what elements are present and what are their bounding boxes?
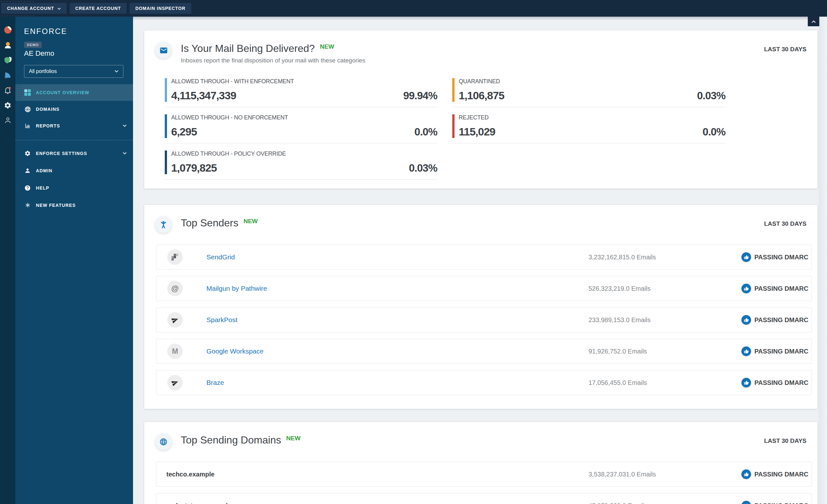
top-bar: CHANGE ACCOUNT CREATE ACCOUNT DOMAIN INS… (0, 0, 827, 17)
thumbs-up-icon (741, 315, 751, 325)
sender-link[interactable]: SparkPost (206, 316, 588, 324)
stat-allowed-with-enforcement: ALLOWED THROUGH - WITH ENFORCEMENT 4,115… (165, 78, 437, 114)
stat-quarantined: QUARANTINED 1,106,875 0.03% (452, 78, 725, 114)
divider (452, 107, 725, 107)
thumbs-up-icon (741, 501, 751, 504)
stat-value: 115,029 (459, 125, 495, 138)
chevron-down-icon (123, 124, 127, 127)
main-content: Is Your Mail Being Delivered? NEW Inboxe… (133, 17, 827, 504)
sidebar-item-label: HELP (36, 185, 49, 190)
sidebar-item-new-features[interactable]: NEW FEATURES (15, 197, 133, 214)
create-account-button[interactable]: CREATE ACCOUNT (69, 3, 127, 14)
domain-inspector-button[interactable]: DOMAIN INSPECTOR (130, 3, 191, 14)
stat-allowed-no-enforcement: ALLOWED THROUGH - NO ENFORCEMENT 6,295 0… (165, 114, 437, 151)
gear-icon (24, 150, 31, 157)
portfolio-selector[interactable]: All portfolios (24, 65, 124, 78)
top-senders-list: SendGrid 3,232,162,815.0 Emails PASSING … (144, 245, 817, 395)
enforce-shield-logo-icon[interactable] (4, 56, 12, 64)
stat-value: 1,106,875 (459, 89, 504, 102)
thumbs-up-icon (741, 378, 751, 387)
sender-row: SparkPost 233,989,153.0 Emails PASSING D… (156, 307, 812, 332)
change-account-button[interactable]: CHANGE ACCOUNT (1, 3, 67, 14)
domain-name: realestateco.example (166, 502, 588, 504)
dmarc-status-label: PASSING DMARC (754, 471, 809, 478)
sender-row: M Google Workspace 91,926,752.0 Emails P… (156, 339, 812, 364)
top-senders-card: Top Senders NEW LAST 30 DAYS SendGrid 3,… (144, 205, 817, 409)
dmarc-status-badge: PASSING DMARC (741, 501, 809, 504)
dmarc-status-badge: PASSING DMARC (741, 284, 809, 293)
stat-label: ALLOWED THROUGH - NO ENFORCEMENT (171, 114, 437, 121)
sidebar-item-enforce-settings[interactable]: ENFORCE SETTINGS (15, 145, 133, 162)
stat-value: 4,115,347,339 (171, 89, 236, 102)
enforce-logo: ENFORCE (24, 27, 67, 36)
sidebar-item-domains[interactable]: DOMAINS (15, 101, 133, 117)
page-scrollbar[interactable] (819, 17, 827, 504)
chevron-down-icon (57, 6, 61, 11)
sender-email-count: 233,989,153.0 Emails (588, 316, 650, 324)
sidebar-divider (15, 140, 133, 140)
top-sending-domains-card: Top Sending Domains NEW LAST 30 DAYS tec… (144, 422, 817, 504)
envelope-icon (155, 42, 172, 59)
new-badge: NEW (286, 435, 300, 442)
dmarc-status-label: PASSING DMARC (754, 254, 809, 261)
thumbs-up-icon (741, 346, 751, 356)
delivery-card: Is Your Mail Being Delivered? NEW Inboxe… (144, 31, 817, 188)
sidebar-item-account-overview[interactable]: ACCOUNT OVERVIEW (15, 84, 133, 101)
sender-link[interactable]: Mailgun by Pathwire (206, 285, 588, 292)
chevron-down-icon (114, 70, 118, 73)
stat-percent: 0.03% (409, 162, 437, 174)
stat-percent: 0.0% (702, 126, 725, 138)
user-profile-icon[interactable] (4, 116, 12, 124)
google-workspace-logo-icon: M (167, 344, 183, 359)
stat-percent: 0.0% (415, 126, 437, 138)
sender-link[interactable]: Google Workspace (206, 347, 588, 355)
globe-icon (155, 434, 172, 450)
period-label: LAST 30 DAYS (764, 437, 807, 444)
sender-email-count: 91,926,752.0 Emails (588, 348, 647, 355)
sidebar-item-reports[interactable]: REPORTS (15, 117, 133, 134)
domain-name: techco.example (166, 471, 588, 478)
sidebar-item-label: DOMAINS (36, 107, 60, 112)
dmarc-status-label: PASSING DMARC (754, 379, 809, 387)
scroll-to-top-button[interactable] (808, 17, 819, 26)
stat-label: REJECTED (459, 114, 725, 121)
new-badge: NEW (320, 43, 334, 50)
thumbs-up-icon (741, 469, 751, 479)
sender-email-count: 3,232,162,815.0 Emails (588, 254, 656, 261)
card-title: Is Your Mail Being Delivered? (181, 43, 315, 54)
sender-row: @ Mailgun by Pathwire 526,323,219.0 Emai… (156, 276, 812, 301)
notifications-bell-icon[interactable] (4, 86, 12, 95)
reports-pie-logo-icon[interactable] (4, 71, 12, 79)
dmarc-status-label: PASSING DMARC (754, 316, 809, 324)
sidebar-item-admin[interactable]: ADMIN (15, 162, 133, 179)
divider (165, 179, 437, 180)
monitor-logo-icon[interactable] (4, 25, 12, 34)
sender-link[interactable]: Braze (206, 379, 588, 387)
stat-percent: 0.03% (697, 90, 725, 102)
sidebar-item-label: ADMIN (36, 168, 52, 173)
sendgrid-logo-icon (167, 249, 183, 265)
stat-value: 1,079,825 (171, 162, 217, 174)
dmarc-status-label: PASSING DMARC (754, 285, 809, 292)
help-icon (24, 184, 31, 191)
grid-icon (24, 89, 31, 96)
chevron-up-icon (812, 20, 816, 23)
top-sending-domains-header: Top Sending Domains NEW LAST 30 DAYS (144, 422, 817, 450)
sender-link[interactable]: SendGrid (206, 253, 588, 261)
dmarc-status-badge: PASSING DMARC (741, 315, 809, 325)
stat-label: ALLOWED THROUGH - POLICY OVERRIDE (171, 151, 437, 157)
sidebar-item-help[interactable]: HELP (15, 179, 133, 197)
create-account-label: CREATE ACCOUNT (75, 6, 121, 11)
asterisk-icon (24, 202, 31, 209)
settings-gear-icon[interactable] (4, 101, 12, 110)
top-senders-header: Top Senders NEW LAST 30 DAYS (144, 205, 817, 233)
chevron-down-icon (123, 152, 127, 155)
domain-row: techco.example 3,538,237,031.0 Emails PA… (156, 462, 812, 487)
account-name: AE Demo (24, 49, 54, 58)
period-label: LAST 30 DAYS (764, 220, 807, 227)
domain-inspector-label: DOMAIN INSPECTOR (135, 6, 186, 11)
delivery-stats: ALLOWED THROUGH - WITH ENFORCEMENT 4,115… (165, 78, 817, 187)
dmarc-status-label: PASSING DMARC (754, 348, 809, 355)
change-account-label: CHANGE ACCOUNT (7, 6, 54, 11)
amplify-logo-icon[interactable] (4, 41, 12, 49)
